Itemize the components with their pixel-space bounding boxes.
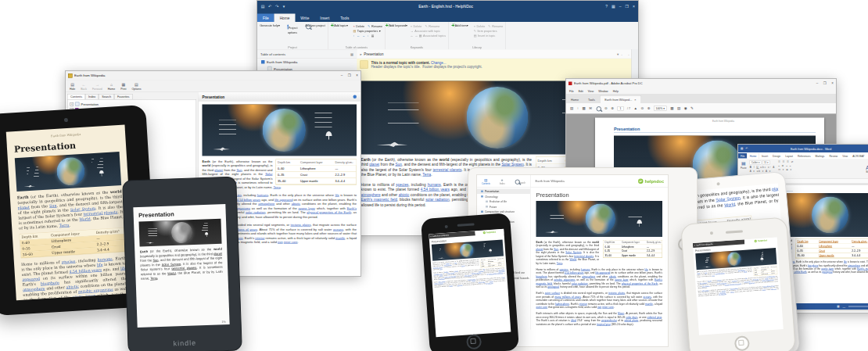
zoom-minus[interactable]: — [843, 305, 846, 308]
pointer-icon[interactable]: ▲ [633, 106, 637, 110]
close-tab-icon[interactable] [634, 98, 636, 102]
mail-icon[interactable]: ✉ [589, 106, 592, 110]
ribbon-tab[interactable]: Design [770, 153, 783, 159]
helpndoc-logo[interactable]: helpndoc [483, 231, 497, 234]
save-icon[interactable] [741, 147, 743, 150]
tab-file[interactable]: File [257, 14, 274, 23]
forward-button[interactable]: Forward [92, 82, 102, 90]
font-size-box[interactable]: 11 ▾ [762, 160, 769, 165]
upload-icon[interactable] [577, 106, 579, 110]
item-properties-button[interactable]: Item properties [474, 30, 497, 34]
move-right-icon[interactable] [362, 34, 365, 38]
associated-topics-button[interactable]: Associated topics [411, 34, 446, 38]
ribbon-tab[interactable]: Mailings [813, 153, 827, 159]
tab-write[interactable]: Write [295, 14, 314, 23]
delete-topic-button[interactable]: Delete [353, 25, 365, 29]
undo-icon[interactable]: ↶ [745, 147, 748, 150]
rename-item-button[interactable]: Rename [488, 25, 503, 29]
helpndoc-logo[interactable]: helpndoc [638, 178, 668, 184]
tab-tools[interactable]: Tools [335, 14, 354, 23]
ribbon-tab[interactable]: File [738, 153, 747, 159]
close-button[interactable] [633, 4, 635, 9]
menu-item[interactable]: Help [613, 89, 619, 92]
delete-item-button[interactable]: Delete [474, 25, 486, 29]
page-number-box[interactable]: 1 [618, 106, 624, 111]
rename-topic-button[interactable]: Rename [368, 25, 382, 29]
home-button[interactable]: Home [108, 82, 115, 90]
save-icon[interactable] [570, 106, 573, 110]
fit-width-icon[interactable] [670, 106, 673, 110]
nav-tab-search[interactable]: Search [514, 178, 525, 184]
sync-icon[interactable] [353, 95, 357, 98]
move-down-icon[interactable] [368, 34, 369, 38]
delete-keyword-button[interactable]: Delete [411, 25, 422, 29]
nav-tab-index[interactable]: Index [500, 177, 505, 184]
add-item-button[interactable]: Add item [451, 23, 472, 45]
tab-home[interactable]: Home [566, 96, 583, 104]
maximize-button[interactable] [626, 4, 629, 9]
document-tab[interactable]: Earth from Wikiped... [600, 95, 641, 103]
comment-icon[interactable]: ◉ [684, 106, 687, 110]
nav-forward-icon[interactable] [626, 52, 630, 56]
hide-button[interactable]: Hide [70, 82, 75, 90]
add-keyword-button[interactable]: Add keyword [388, 23, 408, 45]
paste-icon[interactable] [741, 160, 746, 166]
ribbon-tab[interactable]: ACROBAT [850, 153, 866, 159]
tab-insert[interactable]: Insert [314, 14, 335, 23]
editor-dropdown-icon[interactable] [617, 52, 619, 56]
maximize-button[interactable] [348, 73, 351, 77]
zoom-in-icon[interactable]: ⊕ [647, 106, 651, 110]
save-icon[interactable]: ▤ [260, 4, 265, 9]
ribbon-tab[interactable]: Layout [783, 153, 795, 159]
move-up-icon[interactable] [353, 34, 355, 38]
menu-item[interactable]: Window [598, 89, 608, 92]
tab-contents[interactable]: Contents [67, 94, 85, 99]
close-button[interactable] [831, 81, 834, 85]
toc-item[interactable]: Earth from Wikipedia [257, 59, 357, 66]
prev-page-icon[interactable]: ⊖ [604, 106, 608, 110]
menu-item[interactable]: View [588, 89, 594, 92]
zoom-out-icon[interactable]: ⊖ [640, 106, 644, 110]
tab-favorites[interactable]: Favorites [114, 94, 132, 99]
print-icon[interactable] [583, 106, 586, 110]
tab-tools[interactable]: Tools [583, 96, 600, 104]
rename-keyword-button[interactable]: Rename [425, 25, 439, 29]
generate-help-button[interactable]: Generate help [260, 23, 280, 45]
tab-home[interactable]: Home [274, 14, 296, 23]
layout-icon[interactable] [612, 4, 615, 9]
home-button[interactable] [466, 334, 482, 349]
fit-page-icon[interactable] [677, 106, 680, 110]
insert-in-topic-button[interactable]: Insert in topic [474, 34, 496, 38]
home-button[interactable] [734, 335, 750, 351]
font-format-buttons[interactable]: B I U abc x² A [750, 166, 776, 168]
nav-back-icon[interactable] [621, 52, 625, 56]
ribbon-tab[interactable]: Review [827, 153, 840, 159]
ribbon-tab[interactable]: Home [747, 153, 759, 159]
sort-icon[interactable] [371, 34, 375, 38]
helpndoc-logo[interactable]: helpndoc [755, 239, 768, 242]
menu-item[interactable]: Edit [579, 89, 583, 92]
highlight-icon[interactable] [690, 106, 694, 110]
font-name-box[interactable]: Calibri ▾ [750, 160, 762, 165]
nav-tab-contents[interactable]: Contents [482, 177, 490, 184]
expander-icon[interactable]: + [70, 102, 74, 106]
ribbon-tab[interactable]: Insert [759, 153, 770, 159]
analyze-project-button[interactable]: Analyze project [305, 23, 325, 45]
menu-icon[interactable] [430, 235, 431, 238]
paste-button[interactable]: Paste [741, 167, 747, 170]
project-options-button[interactable]: iProject options [282, 23, 303, 45]
print-button[interactable]: Print [120, 82, 126, 90]
minimize-button[interactable] [341, 73, 343, 77]
breadcrumb[interactable]: Presentation [364, 52, 383, 56]
options-button[interactable]: Options [131, 82, 141, 90]
add-topic-button[interactable]: Add topic [331, 23, 351, 45]
minimize-button[interactable] [619, 4, 622, 9]
associate-with-topic-button[interactable]: Associate with topic [411, 30, 440, 34]
list-buttons[interactable]: ☰ ☰ ☰ ⇄ [778, 160, 794, 163]
pin-icon[interactable] [350, 52, 353, 56]
topic-properties-button[interactable]: Topic properties [353, 30, 381, 34]
align-buttons[interactable]: ≡ ≣ ≡ ≡ [778, 164, 794, 167]
close-button[interactable] [356, 73, 358, 77]
zoom-slider[interactable] [848, 306, 868, 307]
minimize-button[interactable] [816, 81, 819, 85]
